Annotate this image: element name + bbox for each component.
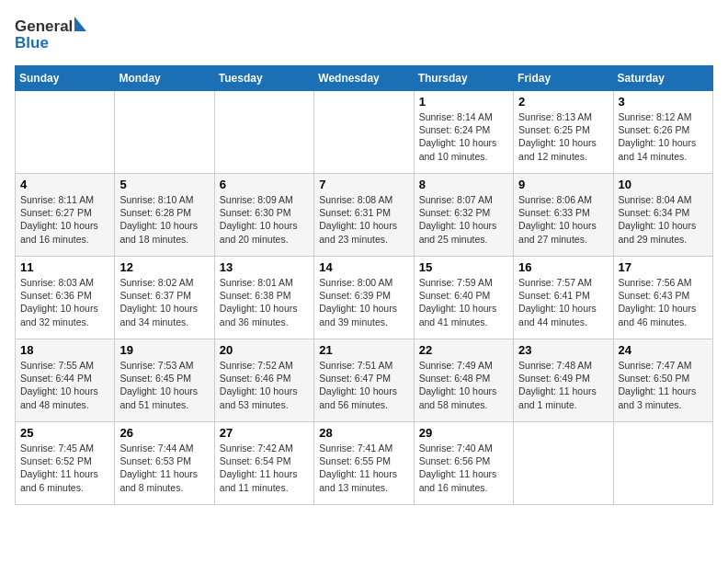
- week-row-4: 18Sunrise: 7:55 AM Sunset: 6:44 PM Dayli…: [16, 339, 713, 422]
- calendar-header-row: SundayMondayTuesdayWednesdayThursdayFrid…: [16, 66, 713, 91]
- col-header-monday: Monday: [115, 66, 214, 91]
- day-number: 3: [619, 95, 708, 109]
- day-number: 20: [220, 343, 309, 357]
- week-row-2: 4Sunrise: 8:11 AM Sunset: 6:27 PM Daylig…: [16, 174, 713, 257]
- day-info: Sunrise: 8:07 AM Sunset: 6:32 PM Dayligh…: [419, 193, 508, 246]
- col-header-saturday: Saturday: [613, 66, 712, 91]
- calendar-cell: 6Sunrise: 8:09 AM Sunset: 6:30 PM Daylig…: [214, 174, 313, 257]
- svg-text:Blue: Blue: [15, 34, 49, 52]
- day-number: 1: [419, 95, 508, 109]
- calendar-cell: 1Sunrise: 8:14 AM Sunset: 6:24 PM Daylig…: [414, 91, 513, 174]
- day-number: 10: [619, 178, 708, 191]
- calendar-cell: 24Sunrise: 7:47 AM Sunset: 6:50 PM Dayli…: [613, 339, 712, 422]
- day-info: Sunrise: 7:55 AM Sunset: 6:44 PM Dayligh…: [20, 359, 109, 411]
- day-info: Sunrise: 8:00 AM Sunset: 6:39 PM Dayligh…: [319, 276, 408, 328]
- col-header-friday: Friday: [514, 66, 613, 91]
- svg-text:General: General: [15, 17, 73, 35]
- day-number: 7: [319, 178, 408, 191]
- col-header-sunday: Sunday: [16, 66, 115, 91]
- calendar-cell: 23Sunrise: 7:48 AM Sunset: 6:49 PM Dayli…: [514, 339, 613, 422]
- calendar-cell: 2Sunrise: 8:13 AM Sunset: 6:25 PM Daylig…: [514, 91, 613, 174]
- calendar-cell: 16Sunrise: 7:57 AM Sunset: 6:41 PM Dayli…: [514, 257, 613, 339]
- calendar-cell: 8Sunrise: 8:07 AM Sunset: 6:32 PM Daylig…: [414, 174, 513, 257]
- day-number: 16: [518, 260, 608, 274]
- calendar-cell: 17Sunrise: 7:56 AM Sunset: 6:43 PM Dayli…: [613, 257, 712, 339]
- day-info: Sunrise: 7:51 AM Sunset: 6:47 PM Dayligh…: [319, 359, 408, 411]
- day-number: 9: [518, 178, 608, 191]
- calendar-cell: [115, 91, 214, 174]
- calendar-table: SundayMondayTuesdayWednesdayThursdayFrid…: [15, 65, 713, 505]
- day-number: 29: [419, 426, 508, 440]
- day-info: Sunrise: 8:13 AM Sunset: 6:25 PM Dayligh…: [518, 110, 608, 163]
- day-info: Sunrise: 8:09 AM Sunset: 6:30 PM Dayligh…: [220, 193, 309, 246]
- day-number: 12: [119, 260, 209, 274]
- calendar-cell: 10Sunrise: 8:04 AM Sunset: 6:34 PM Dayli…: [613, 174, 712, 257]
- day-info: Sunrise: 7:45 AM Sunset: 6:52 PM Dayligh…: [20, 442, 109, 494]
- day-info: Sunrise: 7:53 AM Sunset: 6:45 PM Dayligh…: [119, 359, 209, 411]
- calendar-cell: 14Sunrise: 8:00 AM Sunset: 6:39 PM Dayli…: [314, 257, 414, 339]
- calendar-cell: 26Sunrise: 7:44 AM Sunset: 6:53 PM Dayli…: [115, 422, 214, 505]
- week-row-1: 1Sunrise: 8:14 AM Sunset: 6:24 PM Daylig…: [16, 91, 713, 174]
- calendar-cell: [613, 422, 712, 505]
- calendar-cell: 15Sunrise: 7:59 AM Sunset: 6:40 PM Dayli…: [414, 257, 513, 339]
- day-number: 19: [119, 343, 209, 357]
- calendar-cell: [214, 91, 313, 174]
- day-number: 4: [20, 178, 109, 191]
- calendar-cell: 19Sunrise: 7:53 AM Sunset: 6:45 PM Dayli…: [115, 339, 214, 422]
- calendar-cell: 29Sunrise: 7:40 AM Sunset: 6:56 PM Dayli…: [414, 422, 513, 505]
- week-row-5: 25Sunrise: 7:45 AM Sunset: 6:52 PM Dayli…: [16, 422, 713, 505]
- day-number: 13: [220, 260, 309, 274]
- header: GeneralBlue: [15, 15, 713, 56]
- day-info: Sunrise: 8:03 AM Sunset: 6:36 PM Dayligh…: [20, 276, 109, 328]
- day-info: Sunrise: 7:47 AM Sunset: 6:50 PM Dayligh…: [619, 359, 708, 411]
- day-info: Sunrise: 7:42 AM Sunset: 6:54 PM Dayligh…: [220, 442, 309, 494]
- calendar-cell: 25Sunrise: 7:45 AM Sunset: 6:52 PM Dayli…: [16, 422, 115, 505]
- day-number: 2: [518, 95, 608, 109]
- calendar-cell: 22Sunrise: 7:49 AM Sunset: 6:48 PM Dayli…: [414, 339, 513, 422]
- calendar-cell: 5Sunrise: 8:10 AM Sunset: 6:28 PM Daylig…: [115, 174, 214, 257]
- logo: GeneralBlue: [15, 15, 88, 56]
- day-number: 15: [419, 260, 508, 274]
- day-info: Sunrise: 8:01 AM Sunset: 6:38 PM Dayligh…: [220, 276, 309, 328]
- day-info: Sunrise: 7:59 AM Sunset: 6:40 PM Dayligh…: [419, 276, 508, 328]
- day-number: 23: [518, 343, 608, 357]
- day-info: Sunrise: 8:14 AM Sunset: 6:24 PM Dayligh…: [419, 110, 508, 163]
- day-info: Sunrise: 7:57 AM Sunset: 6:41 PM Dayligh…: [518, 276, 608, 328]
- day-info: Sunrise: 8:06 AM Sunset: 6:33 PM Dayligh…: [518, 193, 608, 246]
- week-row-3: 11Sunrise: 8:03 AM Sunset: 6:36 PM Dayli…: [16, 257, 713, 339]
- col-header-wednesday: Wednesday: [314, 66, 414, 91]
- day-info: Sunrise: 7:41 AM Sunset: 6:55 PM Dayligh…: [319, 442, 408, 494]
- day-number: 24: [619, 343, 708, 357]
- day-number: 6: [220, 178, 309, 191]
- day-number: 21: [319, 343, 408, 357]
- day-info: Sunrise: 8:11 AM Sunset: 6:27 PM Dayligh…: [20, 193, 109, 246]
- day-info: Sunrise: 8:10 AM Sunset: 6:28 PM Dayligh…: [119, 193, 209, 246]
- calendar-cell: 11Sunrise: 8:03 AM Sunset: 6:36 PM Dayli…: [16, 257, 115, 339]
- calendar-cell: [514, 422, 613, 505]
- day-info: Sunrise: 8:02 AM Sunset: 6:37 PM Dayligh…: [119, 276, 209, 328]
- svg-marker-2: [74, 17, 86, 31]
- day-number: 26: [119, 426, 209, 440]
- calendar-cell: 7Sunrise: 8:08 AM Sunset: 6:31 PM Daylig…: [314, 174, 414, 257]
- day-number: 11: [20, 260, 109, 274]
- day-number: 27: [220, 426, 309, 440]
- calendar-cell: 12Sunrise: 8:02 AM Sunset: 6:37 PM Dayli…: [115, 257, 214, 339]
- calendar-cell: 4Sunrise: 8:11 AM Sunset: 6:27 PM Daylig…: [16, 174, 115, 257]
- calendar-cell: 13Sunrise: 8:01 AM Sunset: 6:38 PM Dayli…: [214, 257, 313, 339]
- day-number: 18: [20, 343, 109, 357]
- calendar-cell: 18Sunrise: 7:55 AM Sunset: 6:44 PM Dayli…: [16, 339, 115, 422]
- day-number: 8: [419, 178, 508, 191]
- day-info: Sunrise: 7:44 AM Sunset: 6:53 PM Dayligh…: [119, 442, 209, 494]
- calendar-cell: 9Sunrise: 8:06 AM Sunset: 6:33 PM Daylig…: [514, 174, 613, 257]
- day-number: 5: [119, 178, 209, 191]
- day-info: Sunrise: 8:04 AM Sunset: 6:34 PM Dayligh…: [619, 193, 708, 246]
- day-info: Sunrise: 7:40 AM Sunset: 6:56 PM Dayligh…: [419, 442, 508, 494]
- day-info: Sunrise: 7:48 AM Sunset: 6:49 PM Dayligh…: [518, 359, 608, 411]
- day-number: 14: [319, 260, 408, 274]
- day-info: Sunrise: 8:08 AM Sunset: 6:31 PM Dayligh…: [319, 193, 408, 246]
- day-number: 22: [419, 343, 508, 357]
- day-info: Sunrise: 8:12 AM Sunset: 6:26 PM Dayligh…: [619, 110, 708, 163]
- calendar-cell: 28Sunrise: 7:41 AM Sunset: 6:55 PM Dayli…: [314, 422, 414, 505]
- calendar-cell: 27Sunrise: 7:42 AM Sunset: 6:54 PM Dayli…: [214, 422, 313, 505]
- day-info: Sunrise: 7:56 AM Sunset: 6:43 PM Dayligh…: [619, 276, 708, 328]
